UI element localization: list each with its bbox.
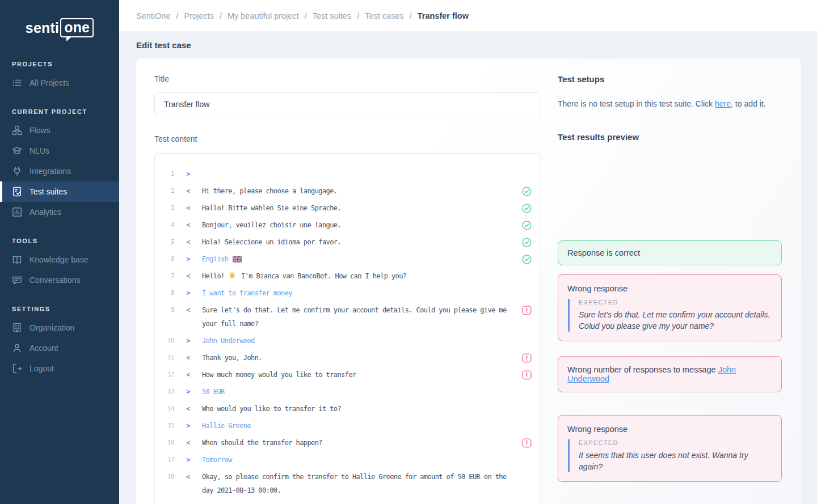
- title-input[interactable]: [154, 92, 540, 116]
- line-number: 2: [155, 184, 174, 198]
- sidebar-item-knowledge-base[interactable]: Knowledge base: [0, 249, 119, 270]
- editor-line-8[interactable]: 8>I want to transfer money: [155, 285, 540, 302]
- editor-line-12[interactable]: 12<How much money would you like to tran…: [155, 366, 540, 383]
- breadcrumb: SentiOne/Projects/My beautiful project/T…: [119, 0, 817, 31]
- sidebar-item-integrations[interactable]: Integrations: [0, 161, 119, 181]
- editor-line-15[interactable]: 15>Hallie Greene: [155, 417, 540, 434]
- expected-label: EXPECTED: [579, 439, 772, 446]
- line-number: 3: [155, 201, 174, 215]
- result-card-error: Wrong responseEXPECTEDIt seems that this…: [558, 415, 782, 482]
- status-error-icon: [513, 351, 540, 365]
- logo-text-senti: senti: [26, 20, 59, 36]
- sidebar-item-analytics[interactable]: Analytics: [0, 202, 119, 222]
- line-number: 13: [155, 385, 174, 399]
- status-error-icon: [513, 436, 540, 450]
- sidebar-item-nlus[interactable]: NLUs: [0, 141, 119, 161]
- editor-line-16[interactable]: 16<When should the transfer happen?: [155, 434, 540, 451]
- results-cards: Response is correctWrong responseEXPECTE…: [558, 240, 782, 482]
- test-content-label: Test content: [154, 134, 540, 143]
- status-none: [513, 470, 540, 497]
- breadcrumb-link[interactable]: Projects: [184, 11, 214, 20]
- page-header: Edit test case: [119, 31, 817, 58]
- message-text: Hallie Greene: [202, 419, 513, 433]
- result-card-title: Wrong number of responses to message Joh…: [567, 365, 772, 383]
- line-number: 4: [155, 218, 174, 232]
- sidebar-item-test-suites[interactable]: Test suites: [0, 181, 119, 202]
- sidebar-item-label: All Projects: [30, 78, 69, 87]
- status-ok-icon: [513, 201, 540, 215]
- expected-text: Colud you please give my your name?: [579, 320, 772, 332]
- bar-chart-icon: [12, 207, 22, 217]
- line-number: 1: [155, 167, 174, 181]
- sidebar-item-all-projects[interactable]: All Projects: [0, 73, 119, 93]
- sidebar-item-logout[interactable]: Logout: [0, 358, 119, 379]
- editor-line-3[interactable]: 3<Hallo! Bitte wählen Sie eine Sprache.: [155, 200, 540, 217]
- breadcrumb-link[interactable]: My beautiful project: [228, 11, 299, 20]
- breadcrumb-separator: /: [410, 11, 412, 20]
- user-icon: [12, 343, 22, 353]
- logout-icon: [12, 363, 22, 374]
- breadcrumb-link[interactable]: SentiOne: [136, 11, 170, 20]
- line-number: 7: [155, 269, 174, 283]
- direction-marker: <: [174, 402, 202, 416]
- editor-line-13[interactable]: 13>50 EUR: [155, 383, 540, 400]
- sidebar-item-label: Logout: [30, 364, 54, 373]
- breadcrumb-link[interactable]: Test suites: [313, 11, 352, 20]
- direction-marker: >: [174, 385, 202, 399]
- sidebar-item-organization[interactable]: Organization: [0, 317, 119, 338]
- plug-icon: [12, 166, 22, 176]
- add-setup-link[interactable]: here: [715, 99, 731, 108]
- message-text: When should the transfer happen?: [202, 436, 513, 450]
- result-card-error: Wrong responseEXPECTEDSure let's do that…: [558, 274, 782, 341]
- line-number: 9: [155, 303, 174, 331]
- editor-line-4[interactable]: 4<Bonjour, veuillez choisir une langue.: [155, 217, 540, 234]
- editor-line-1[interactable]: 1>: [155, 166, 540, 183]
- breadcrumb-link[interactable]: Test cases: [365, 11, 404, 20]
- editor-line-18[interactable]: 18<Okay, so please confirm the transfer …: [155, 468, 540, 499]
- message-text: How much money would you like to transfe…: [202, 368, 513, 382]
- editor-line-7[interactable]: 7<Hello! I'm Bianca van BancoBot. How ca…: [155, 268, 540, 285]
- editor-line-14[interactable]: 14<Who would you like to transfer it to?: [155, 400, 540, 417]
- editor-line-9[interactable]: 9<Sure let's do that. Let me confirm you…: [155, 302, 540, 332]
- direction-marker: <: [174, 235, 202, 249]
- message-text: [202, 167, 513, 181]
- direction-marker: <: [174, 470, 202, 497]
- page-title: Edit test case: [136, 40, 191, 50]
- status-none: [513, 385, 540, 399]
- message-text: Tomorrow: [202, 453, 513, 467]
- status-none: [513, 269, 540, 283]
- line-number: 17: [155, 453, 174, 467]
- status-error-icon: [513, 368, 540, 382]
- breadcrumb-separator: /: [305, 11, 307, 20]
- editor-line-2[interactable]: 2<Hi there, please choose a langugage.: [155, 183, 540, 200]
- direction-marker: <: [174, 184, 202, 198]
- result-card-message-link[interactable]: John Underwood: [567, 365, 736, 383]
- editor-line-6[interactable]: 6>English: [155, 251, 540, 268]
- nav-section-label: SETTINGS: [0, 306, 119, 312]
- editor-line-11[interactable]: 11<Thank you, John.: [155, 349, 540, 366]
- sentione-logo[interactable]: sentione: [26, 18, 94, 37]
- direction-marker: <: [174, 303, 202, 331]
- sidebar-item-account[interactable]: Account: [0, 338, 119, 358]
- editor-line-17[interactable]: 17>Tomorrow: [155, 451, 540, 468]
- direction-marker: <: [174, 201, 202, 215]
- line-number: 12: [155, 368, 174, 382]
- expected-text: It seems that this user does not exist. …: [579, 450, 772, 472]
- sidebar-item-flows[interactable]: Flows: [0, 120, 119, 141]
- direction-marker: >: [174, 252, 202, 266]
- message-text: John Underwood: [202, 334, 513, 348]
- expected-block: EXPECTEDIt seems that this user does not…: [568, 439, 772, 472]
- edit-test-case-card: Title Test content 1>2<Hi there, please …: [136, 58, 801, 504]
- direction-marker: >: [174, 453, 202, 467]
- status-none: [513, 402, 540, 416]
- status-none: [513, 167, 540, 181]
- editor-line-5[interactable]: 5<Hola! Seleccione un idioma por favor.: [155, 234, 540, 251]
- sidebar-item-conversations[interactable]: Conversations: [0, 270, 119, 290]
- test-content-editor[interactable]: 1>2<Hi there, please choose a langugage.…: [154, 153, 540, 504]
- editor-line-10[interactable]: 10>John Underwood: [155, 332, 540, 349]
- line-number: 5: [155, 235, 174, 249]
- message-text: Sure let's do that. Let me confirm your …: [202, 303, 513, 331]
- sidebar-item-label: Test suites: [30, 187, 67, 196]
- book-icon: [12, 255, 22, 265]
- test-results-heading: Test results preview: [558, 132, 782, 142]
